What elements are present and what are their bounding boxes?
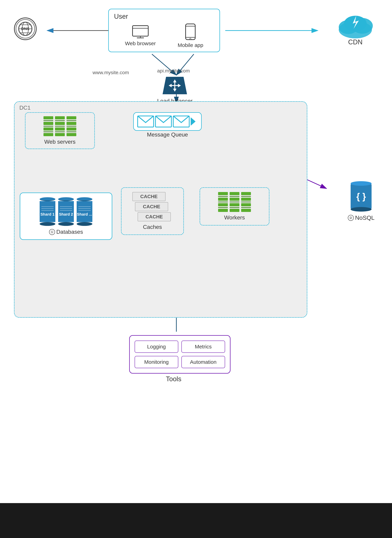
message-queue-label: Message Queue (147, 131, 188, 138)
user-box: User Web browser Mobile app (108, 9, 220, 52)
mobile-app-device: Mobile app (177, 23, 203, 48)
nosql-section: { } ② NoSQL (348, 183, 375, 221)
dc1-box: DC1 (14, 101, 307, 318)
www-url: www.mysite.com (93, 70, 129, 75)
tool-automation: Automation (182, 356, 225, 368)
workers-box: Workers (200, 187, 269, 226)
dns-label-inner: DNS (16, 19, 35, 38)
api-url: api.mysite.com (157, 68, 190, 74)
svg-text:DNS: DNS (21, 27, 29, 31)
tool-monitoring: Monitoring (135, 356, 178, 368)
caches-label: Caches (143, 224, 162, 230)
databases-box: Shard 1 Shard 2 (20, 193, 112, 240)
message-queue-box: Message Queue (133, 112, 202, 131)
load-balancer-section: Load balancer (157, 75, 193, 104)
mobile-app-label: Mobile app (177, 42, 203, 48)
web-browser-label: Web browser (125, 41, 156, 46)
web-servers-label: Web servers (44, 139, 75, 145)
tool-metrics: Metrics (182, 341, 225, 353)
bottom-bar (0, 503, 392, 538)
caches-box: CACHE CACHE CACHE Caches (121, 187, 184, 235)
databases-label: ① Databases (49, 229, 83, 235)
dc1-label: DC1 (19, 105, 31, 111)
cdn-label: CDN (348, 38, 363, 46)
user-label: User (114, 13, 214, 20)
tool-logging: Logging (135, 341, 178, 353)
tools-label: Tools (166, 375, 182, 383)
workers-label: Workers (224, 214, 245, 221)
cdn-section: CDN (336, 10, 374, 46)
svg-rect-28 (133, 26, 148, 36)
tools-box: Logging Metrics Monitoring Automation (129, 335, 230, 374)
nosql-label: ② NoSQL (348, 214, 375, 221)
dns-section: DNS (14, 18, 37, 40)
svg-marker-47 (191, 117, 196, 126)
dns-icon: DNS (14, 18, 37, 40)
web-browser-device: Web browser (125, 25, 156, 46)
web-servers-box: Web servers (25, 112, 95, 149)
